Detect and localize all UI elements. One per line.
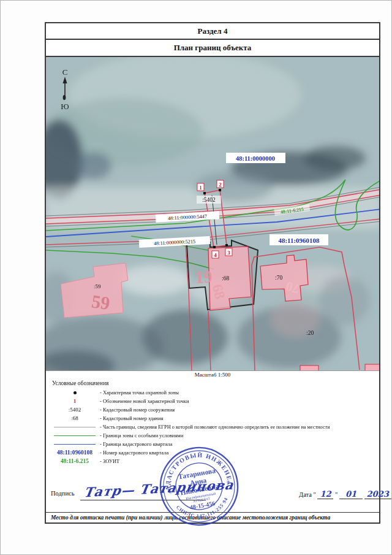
legend-row-point: - Характерная точка охранной зоны bbox=[50, 388, 379, 397]
signature-label: Подпись bbox=[51, 490, 75, 497]
legend-label: - Кадастровый номер сооружения bbox=[100, 407, 175, 413]
plan-title: План границ объекта bbox=[174, 43, 252, 53]
legend-label: - Часть границы, сведения ЕГРН о которой… bbox=[100, 424, 330, 430]
document-page: Раздел 4 План границ объекта bbox=[0, 0, 392, 555]
date-day-field[interactable]: 12 bbox=[317, 489, 333, 499]
scale-caption: Масштаб 1:500 bbox=[46, 371, 379, 379]
legend-gray-line-symbol bbox=[50, 424, 100, 430]
date-month-field[interactable]: 01 bbox=[339, 489, 363, 499]
document-frame: Раздел 4 План границ объекта bbox=[45, 22, 380, 524]
legend-blue-line-symbol bbox=[50, 441, 100, 447]
quarter-right-label: 48:11:0960108 bbox=[278, 237, 320, 244]
legend-quarter-number-symbol: 48:11:0960108 bbox=[50, 450, 100, 456]
legend-zouit-symbol: 48:11-6.215 bbox=[50, 458, 100, 464]
big-59-label: 59 bbox=[90, 291, 111, 313]
plan-header: План границ объекта bbox=[46, 40, 379, 57]
section-title: Раздел 4 bbox=[198, 26, 228, 36]
point-label-1: 1 bbox=[197, 183, 204, 191]
date-row: Дата " 12 " 01 2023 г. bbox=[299, 489, 392, 499]
compass-south-label: Ю bbox=[61, 102, 69, 111]
legend-label: - ЗОУИТ bbox=[100, 458, 119, 464]
quote-open: " bbox=[314, 491, 316, 498]
point-label-2: 2 bbox=[217, 180, 224, 188]
legend-title: Условные обозначения bbox=[52, 380, 379, 386]
legend-label: - Граница зоны с особыми условиями bbox=[100, 432, 183, 438]
point-label-3: 3 bbox=[225, 248, 232, 256]
map-area: С Ю 48:11:0000000 48:11:0960108 48:11:00… bbox=[46, 57, 379, 371]
legend-label: - Характерная точка охранной зоны bbox=[100, 389, 179, 396]
point-label-4: 4 bbox=[212, 251, 219, 258]
compass-north-label: С bbox=[62, 67, 68, 77]
big-19-label: 19 bbox=[194, 267, 213, 287]
legend-row-new-point: 1 - Обозначение новой характерной точки bbox=[50, 397, 379, 405]
svg-text:3: 3 bbox=[227, 250, 230, 256]
cadastral-map: С Ю 48:11:0000000 48:11:0960108 48:11:00… bbox=[46, 57, 379, 370]
svg-text:4: 4 bbox=[214, 252, 217, 258]
date-year-field[interactable]: 2023 bbox=[364, 489, 391, 499]
building-bottom-partial bbox=[300, 366, 318, 370]
legend-building-symbol: :68 bbox=[50, 415, 100, 421]
legend-row-building-number: :68 - Кадастровый номер здания bbox=[50, 414, 379, 423]
cadnum-68-label: :68 bbox=[222, 275, 229, 281]
legend-red-point-symbol: 1 bbox=[50, 398, 100, 404]
legend-row-zone-boundary: - Граница зоны с особыми условиями bbox=[50, 431, 379, 440]
legend-label: - Кадастровый номер здания bbox=[100, 415, 163, 421]
cadnum-59-label: :59 bbox=[94, 283, 101, 289]
cadnum-70-label: :70 bbox=[275, 275, 282, 281]
section-header: Раздел 4 bbox=[46, 23, 379, 40]
structure-5402-label: :5402 bbox=[202, 197, 216, 203]
legend-structure-symbol: :5402 bbox=[50, 407, 100, 413]
date-label: Дата bbox=[299, 491, 312, 498]
legend-dot-symbol bbox=[50, 389, 100, 396]
svg-text:2: 2 bbox=[219, 182, 222, 188]
legend-row-egrn-boundary: - Часть границы, сведения ЕГРН о которой… bbox=[50, 423, 379, 431]
quarter-top-label: 48:11:0000000 bbox=[236, 155, 275, 162]
legend-green-line-symbol bbox=[50, 432, 100, 438]
cadnum-20-label: :20 bbox=[306, 330, 314, 336]
legend-row-structure-number: :5402 - Кадастровый номер сооружения bbox=[50, 405, 379, 414]
quote-close: " bbox=[335, 491, 337, 498]
legend-label: - Обозначение новой характерной точки bbox=[100, 398, 189, 404]
svg-text:1: 1 bbox=[199, 185, 202, 191]
